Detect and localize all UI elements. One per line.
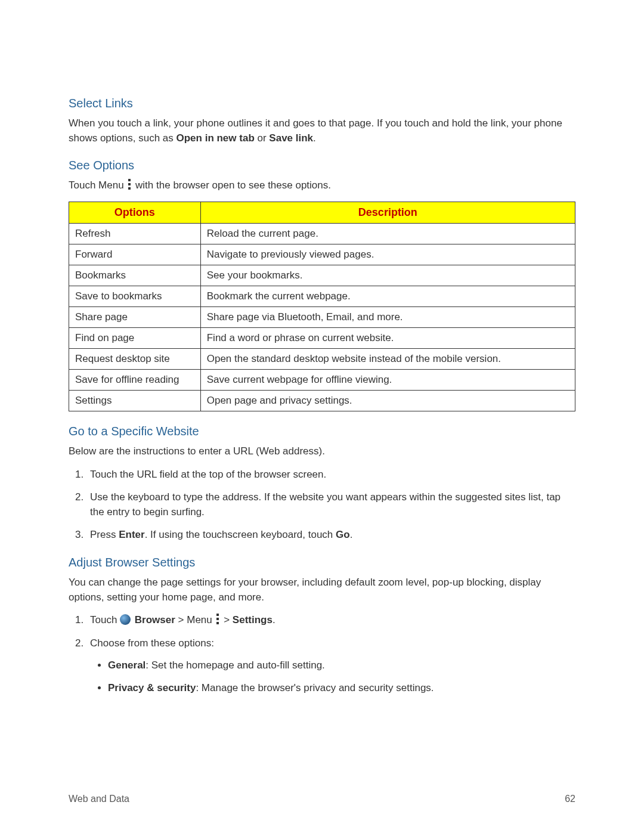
- table-row: ForwardNavigate to previously viewed pag…: [69, 244, 575, 265]
- bold-enter: Enter: [119, 529, 144, 540]
- text: with the browser open to see these optio…: [132, 179, 331, 191]
- list-item: Privacy & security: Manage the browser's…: [108, 681, 575, 696]
- bold-save-link: Save link: [269, 132, 313, 144]
- text: Press: [90, 529, 119, 540]
- option-desc: Bookmark the current webpage.: [200, 286, 575, 306]
- page-footer: Web and Data 62: [69, 794, 575, 804]
- list-item: Choose from these options: General: Set …: [86, 636, 575, 696]
- table-row: Save for offline readingSave current web…: [69, 369, 575, 390]
- table-row: Find on pageFind a word or phrase on cur…: [69, 327, 575, 348]
- table-row: SettingsOpen page and privacy settings.: [69, 390, 575, 411]
- table-header-description: Description: [200, 202, 575, 223]
- menu-overflow-icon: [128, 179, 131, 190]
- table-row: Share pageShare page via Bluetooth, Emai…: [69, 306, 575, 327]
- footer-page-number: 62: [565, 794, 575, 804]
- option-name: Refresh: [69, 223, 201, 244]
- text: .: [273, 614, 275, 625]
- option-name: Settings: [69, 390, 201, 411]
- list-item: Touch Browser > Menu > Settings.: [86, 613, 575, 628]
- paragraph-adjust-settings: You can change the page settings for you…: [69, 575, 575, 605]
- bold-open-in-new-tab: Open in new tab: [176, 132, 254, 144]
- table-row: Request desktop siteOpen the standard de…: [69, 348, 575, 369]
- paragraph-select-links: When you touch a link, your phone outlin…: [69, 116, 575, 145]
- settings-steps-list: Touch Browser > Menu > Settings. Choose …: [69, 613, 575, 696]
- option-desc: See your bookmarks.: [200, 265, 575, 286]
- bold-privacy-security: Privacy & security: [108, 682, 196, 693]
- table-header-row: Options Description: [69, 202, 575, 223]
- option-desc: Find a word or phrase on current website…: [200, 327, 575, 348]
- browser-icon: [120, 614, 131, 625]
- heading-go-to-website: Go to a Specific Website: [69, 425, 575, 438]
- heading-see-options: See Options: [69, 159, 575, 172]
- text: or: [255, 132, 270, 144]
- text: .: [313, 132, 316, 144]
- option-desc: Share page via Bluetooth, Email, and mor…: [200, 306, 575, 327]
- list-item: General: Set the homepage and auto-fill …: [108, 658, 575, 673]
- bold-settings: Settings: [233, 614, 273, 625]
- options-table: Options Description RefreshReload the cu…: [69, 202, 575, 411]
- text: > Menu: [175, 614, 215, 625]
- text: : Set the homepage and auto-fill setting…: [145, 659, 325, 671]
- table-row: RefreshReload the current page.: [69, 223, 575, 244]
- text: . If using the touchscreen keyboard, tou…: [145, 529, 336, 540]
- option-name: Save for offline reading: [69, 369, 201, 390]
- option-desc: Reload the current page.: [200, 223, 575, 244]
- options-sublist: General: Set the homepage and auto-fill …: [90, 658, 575, 696]
- footer-section-title: Web and Data: [69, 794, 129, 804]
- option-desc: Save current webpage for offline viewing…: [200, 369, 575, 390]
- paragraph-see-options: Touch Menu with the browser open to see …: [69, 178, 575, 193]
- option-name: Find on page: [69, 327, 201, 348]
- text: Touch: [90, 614, 120, 625]
- list-item: Touch the URL field at the top of the br…: [86, 467, 575, 482]
- table-header-options: Options: [69, 202, 201, 223]
- bold-general: General: [108, 659, 145, 671]
- document-page: Select Links When you touch a link, your…: [0, 0, 644, 833]
- text: Touch Menu: [69, 179, 126, 191]
- url-steps-list: Touch the URL field at the top of the br…: [69, 467, 575, 543]
- text: Choose from these options:: [90, 637, 214, 649]
- option-desc: Open the standard desktop website instea…: [200, 348, 575, 369]
- bold-go: Go: [336, 529, 350, 540]
- text: >: [221, 614, 232, 625]
- list-item: Use the keyboard to type the address. If…: [86, 490, 575, 519]
- option-name: Request desktop site: [69, 348, 201, 369]
- table-row: BookmarksSee your bookmarks.: [69, 265, 575, 286]
- bold-browser: Browser: [135, 614, 175, 625]
- heading-select-links: Select Links: [69, 97, 575, 110]
- text: : Manage the browser's privacy and secur…: [196, 682, 434, 693]
- option-desc: Navigate to previously viewed pages.: [200, 244, 575, 265]
- option-desc: Open page and privacy settings.: [200, 390, 575, 411]
- option-name: Share page: [69, 306, 201, 327]
- menu-overflow-icon: [216, 614, 219, 624]
- list-item: Press Enter. If using the touchscreen ke…: [86, 528, 575, 543]
- text: .: [350, 529, 353, 540]
- option-name: Save to bookmarks: [69, 286, 201, 306]
- option-name: Bookmarks: [69, 265, 201, 286]
- table-row: Save to bookmarksBookmark the current we…: [69, 286, 575, 306]
- option-name: Forward: [69, 244, 201, 265]
- paragraph-go-to-website: Below are the instructions to enter a UR…: [69, 444, 575, 459]
- heading-adjust-browser-settings: Adjust Browser Settings: [69, 556, 575, 569]
